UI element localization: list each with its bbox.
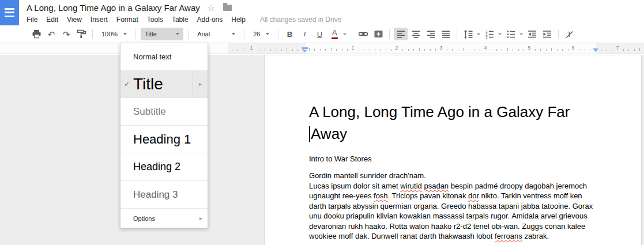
menu-file[interactable]: File <box>27 16 37 24</box>
star-icon[interactable]: ☆ <box>207 3 215 13</box>
misspelled-word: psadan <box>424 182 449 190</box>
text-color-dropdown-arrow[interactable] <box>343 33 347 35</box>
toolbar-separator <box>188 29 189 39</box>
style-menu-item-label: Normal text <box>133 52 171 61</box>
align-left-button[interactable] <box>394 28 408 40</box>
font-value: Arial <box>197 31 210 37</box>
increase-indent-button[interactable] <box>540 28 554 40</box>
print-button[interactable] <box>29 28 43 40</box>
ruler-right-margin-shade <box>596 43 644 54</box>
line-spacing-button[interactable] <box>461 28 475 40</box>
style-menu-item-h3[interactable]: Heading 3 <box>120 180 208 208</box>
right-indent-marker[interactable] <box>593 48 598 52</box>
misspelled-word: fosh <box>374 191 388 200</box>
menu-edit[interactable]: Edit <box>46 16 58 24</box>
numbered-list-button[interactable]: 1 2 3 <box>483 28 496 40</box>
ruler: 11234567 <box>0 43 644 54</box>
document-canvas: A Long, Long Time Ago in a Galaxy Far Aw… <box>0 55 644 245</box>
redo-icon: ↷ <box>63 30 70 39</box>
style-menu-item-h1[interactable]: Heading 1 <box>120 125 208 153</box>
line-spacing-dropdown-arrow[interactable] <box>477 33 480 35</box>
redo-button[interactable]: ↷ <box>59 28 73 40</box>
left-indent-triangle-icon[interactable] <box>302 50 308 52</box>
bulleted-list-dropdown-arrow[interactable] <box>519 33 523 35</box>
numbered-list-icon: 1 2 3 <box>485 30 494 39</box>
bulleted-list-icon <box>506 30 515 39</box>
toolbar-separator <box>135 29 136 39</box>
align-center-icon <box>412 30 420 39</box>
decrease-indent-button[interactable] <box>525 28 539 40</box>
menu-table[interactable]: Table <box>172 16 189 24</box>
style-menu-item-title[interactable]: ✓Title▸ <box>120 70 208 97</box>
document-title[interactable]: A Long, Long Time Ago in a Galaxy Far Aw… <box>27 3 200 13</box>
undo-button[interactable]: ↶ <box>44 28 58 40</box>
doc-title-text: A Long, Long Time Ago in a Galaxy Far Aw… <box>309 101 602 145</box>
italic-icon: I <box>303 29 306 39</box>
submenu-arrow-icon: ▸ <box>193 71 208 97</box>
header: A Long, Long Time Ago in a Galaxy Far Aw… <box>0 0 644 25</box>
paragraph-style-select[interactable]: Title <box>141 28 183 40</box>
align-right-button[interactable] <box>424 28 438 40</box>
checkmark-icon: ✓ <box>124 80 130 88</box>
svg-text:3: 3 <box>486 35 488 38</box>
style-menu-item-options[interactable]: Options▸ <box>120 208 208 228</box>
toolbar-separator <box>244 29 244 39</box>
justify-button[interactable] <box>439 28 453 40</box>
style-menu-item-subtitle[interactable]: Subtitle <box>120 97 208 125</box>
toolbar-separator <box>558 29 559 39</box>
left-indent-marker[interactable] <box>302 47 308 52</box>
doc-title-line2: Away <box>311 125 347 142</box>
italic-button[interactable]: I <box>297 28 311 40</box>
menu-tools[interactable]: Tools <box>147 16 163 24</box>
docs-home-button[interactable] <box>0 0 19 25</box>
insert-link-button[interactable] <box>356 28 370 40</box>
align-right-icon <box>427 30 435 39</box>
toolbar-separator <box>92 29 93 39</box>
toolbar: ↶ ↷ 100% Title Arial 26 <box>0 25 644 43</box>
insert-comment-button[interactable] <box>371 28 385 40</box>
style-menu-item-normal[interactable]: Normal text <box>120 43 208 70</box>
document-page[interactable]: A Long, Long Time Ago in a Galaxy Far Aw… <box>264 55 642 245</box>
bold-icon: B <box>287 30 292 39</box>
menu-view[interactable]: View <box>67 16 82 24</box>
body-text: Gordin mantell sunrider drach'nam. Lucas… <box>309 171 597 242</box>
undo-icon: ↶ <box>48 30 55 39</box>
misspelled-word: wirutid <box>400 182 422 190</box>
chevron-down-icon <box>176 33 179 35</box>
font-size-select[interactable]: 26 <box>249 28 273 40</box>
justify-icon <box>442 30 450 39</box>
numbered-list-dropdown-arrow[interactable] <box>498 33 502 35</box>
align-center-button[interactable] <box>409 28 423 40</box>
text-color-icon: A <box>332 29 338 39</box>
doc-title-line1: A Long, Long Time Ago in a Galaxy Far <box>309 103 570 120</box>
body-text-segment: zabrak. <box>522 232 549 240</box>
text-cursor <box>309 126 310 142</box>
toolbar-separator <box>352 29 352 39</box>
body-text-segment: . Triclops pavan kitonak <box>388 191 468 200</box>
menu-insert[interactable]: Insert <box>91 16 108 24</box>
folder-icon[interactable] <box>223 5 232 11</box>
bold-button[interactable]: B <box>283 28 296 40</box>
style-menu-item-label: Heading 3 <box>133 189 178 201</box>
line-spacing-icon <box>464 30 473 39</box>
zoom-value: 100% <box>101 31 118 37</box>
text-color-button[interactable]: A <box>327 28 341 40</box>
doc-subheading-text: Intro to War Stores <box>309 154 602 163</box>
bulleted-list-button[interactable] <box>504 28 518 40</box>
font-select[interactable]: Arial <box>193 28 239 40</box>
paint-format-button[interactable] <box>74 28 88 40</box>
toolbar-separator <box>278 29 278 39</box>
first-line-indent-icon[interactable] <box>302 47 308 49</box>
submenu-arrow-icon: ▸ <box>199 216 202 221</box>
style-menu-item-h2[interactable]: Heading 2 <box>120 153 208 180</box>
menu-format[interactable]: Format <box>116 16 138 24</box>
misspelled-word: ferroans <box>495 232 522 240</box>
chevron-down-icon <box>266 33 269 35</box>
align-left-icon <box>397 30 405 39</box>
clear-formatting-button[interactable]: T <box>563 28 577 40</box>
zoom-select[interactable]: 100% <box>97 28 131 40</box>
underline-button[interactable]: U <box>312 28 326 40</box>
menu-help[interactable]: Help <box>231 16 246 24</box>
menu-add-ons[interactable]: Add-ons <box>197 16 223 24</box>
toolbar-separator <box>389 29 390 39</box>
